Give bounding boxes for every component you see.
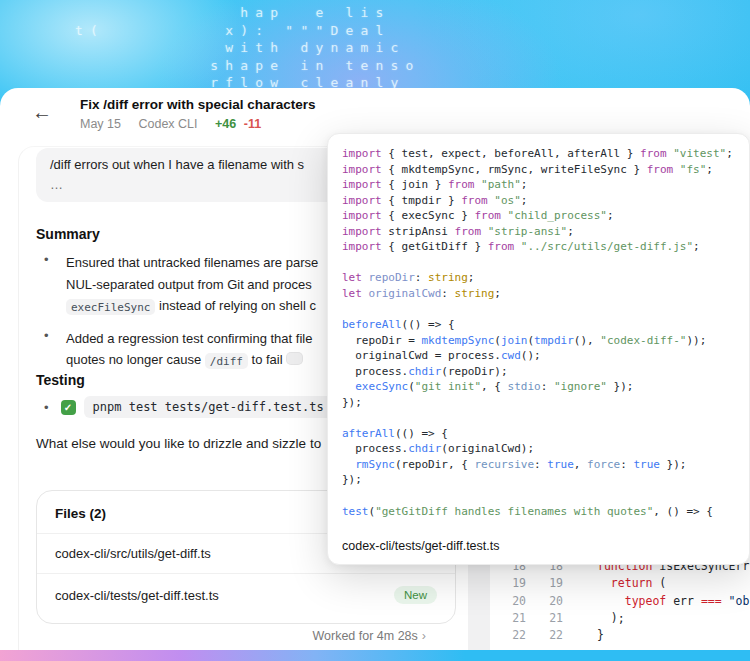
new-file-badge: New [394,586,437,604]
test-result-row: • ✓ pnpm test tests/get-diff.test.ts › [36,396,343,418]
diff-deletions: -11 [244,117,261,131]
code-line: import stripAnsi from "strip-ansi"; [342,224,747,240]
bullet-dot: • [44,328,49,343]
task-meta: May 15 Codex CLI +46 -11 [80,117,275,131]
diff-line-number-new: 19 [526,576,563,590]
diff-row: 2020 typeof err === "ob [490,592,750,609]
diff-code: return ( [597,576,666,590]
code-line [342,410,747,426]
diff-row: 1919 return ( [490,575,750,592]
code-line: execSync("git init", { stdio: "ignore" }… [342,379,747,395]
citation-badge[interactable] [286,352,303,365]
back-arrow-icon: ← [32,101,52,124]
diff-line-number-new: 22 [526,628,563,642]
bullet-dot: • [44,252,49,267]
diff-code: } [597,628,604,642]
inline-code: /diff [205,353,248,369]
page-title: Fix /diff error with special characters [80,97,316,112]
diff-row: 2121 ); [490,609,750,626]
diff-line-number-old: 21 [490,611,526,625]
code-line [342,488,747,504]
assistant-closing-text: What else would you like to drizzle and … [36,436,336,451]
code-line: let repoDir: string; [342,270,747,286]
bullet-dot: • [44,400,49,415]
diff-line-number-old: 20 [490,594,526,608]
code-line: import { tmpdir } from "os"; [342,193,747,209]
test-command[interactable]: pnpm test tests/get-diff.test.ts [84,396,333,418]
diff-view-fragment: 1717// type guard for exec errors1818fun… [468,552,750,650]
diff-code: typeof err === "ob [597,594,749,608]
code-line: repoDir = mkdtempSync(join(tmpdir(), "co… [342,333,747,349]
worked-label: Worked for 4m 28s [312,629,417,643]
diff-line-number-new: 21 [526,611,563,625]
banner-ghost-code: hap e lis t( x): """Deal with dynamic sh… [75,4,421,92]
code-line: originalCwd = process.cwd(); [342,348,747,364]
diff-additions: +46 [215,117,236,131]
bottom-gradient-strip [0,650,750,661]
code-line: afterAll(() => { [342,426,747,442]
code-line: import { getGitDiff } from "../src/utils… [342,239,747,255]
code-preview-overlay: import { test, expect, beforeAll, afterA… [327,133,750,565]
summary-heading: Summary [36,226,100,242]
diff-code: ); [597,611,625,625]
back-button[interactable]: ← [28,98,56,126]
diff-line-number-new: 20 [526,594,563,608]
code-line [342,255,747,271]
code-line: import { execSync } from "child_process"… [342,208,747,224]
code-line: beforeAll(() => { [342,317,747,333]
inline-code: execFileSync [66,299,155,315]
file-path: codex-cli/src/utils/get-diff.ts [55,546,211,561]
code-line: rmSync(repoDir, { recursive: true, force… [342,457,747,473]
task-date: May 15 [80,117,121,131]
diff-gutter [468,552,490,650]
code-line: import { mkdtempSync, rmSync, writeFileS… [342,162,747,178]
diff-rows: 1717// type guard for exec errors1818fun… [490,552,750,644]
code-line: process.chdir(originalCwd); [342,441,747,457]
file-path: codex-cli/tests/get-diff.test.ts [55,588,219,603]
test-pass-check-icon: ✓ [61,400,76,415]
chevron-right-icon: › [422,629,426,643]
code-line: let originalCwd: string; [342,286,747,302]
code-line: process.chdir(repoDir); [342,364,747,380]
code-line: }); [342,395,747,411]
code-line: import { test, expect, beforeAll, afterA… [342,146,747,162]
code-line: test("getGitDiff handles filenames with … [342,504,747,520]
task-tool: Codex CLI [138,117,197,131]
file-row[interactable]: codex-cli/tests/get-diff.test.tsNew [37,574,455,616]
worked-duration[interactable]: Worked for 4m 28s› [36,629,426,643]
overlay-filename: codex-cli/tests/get-diff.test.ts [342,539,499,553]
code-line [342,301,747,317]
diff-line-number-old: 22 [490,628,526,642]
diff-line-number-old: 19 [490,576,526,590]
codex-task-page: hap e lis t( x): """Deal with dynamic sh… [0,0,750,661]
code-pane: import { test, expect, beforeAll, afterA… [342,146,747,519]
code-line: }); [342,472,747,488]
testing-heading: Testing [36,372,85,388]
diff-row: 2222} [490,626,750,643]
code-line: import { join } from "path"; [342,177,747,193]
